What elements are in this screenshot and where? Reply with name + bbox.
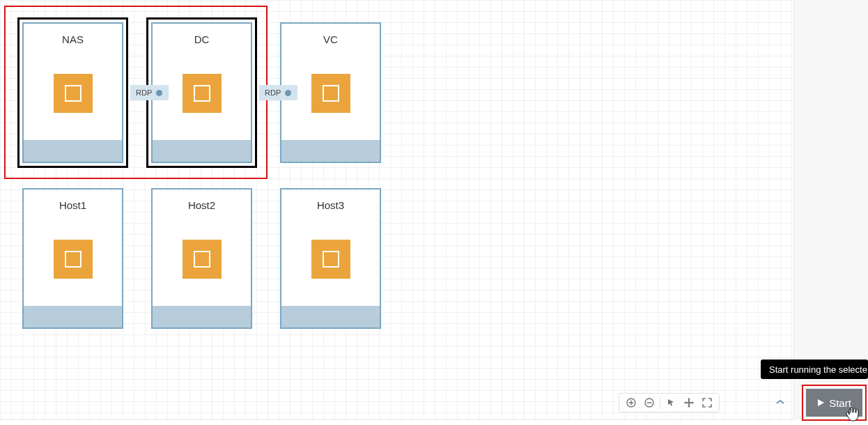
node-footer	[24, 306, 122, 327]
move-icon	[683, 397, 695, 408]
vm-icon	[183, 240, 222, 279]
vm-icon	[54, 240, 93, 279]
zoom-out-button[interactable]	[640, 394, 658, 411]
connection-rdp[interactable]: RDP	[259, 85, 297, 100]
tooltip-text: Start running the selecte	[769, 364, 867, 375]
tooltip: Start running the selecte	[761, 360, 868, 379]
pointer-icon	[666, 398, 676, 408]
vm-icon	[311, 74, 350, 113]
chevron-up-icon	[776, 399, 784, 405]
node-footer	[153, 306, 251, 327]
vm-icon	[54, 74, 93, 113]
connection-label: RDP	[136, 88, 152, 97]
expand-panel-button[interactable]	[775, 397, 786, 407]
fit-screen-button[interactable]	[698, 394, 716, 411]
plus-icon	[626, 398, 636, 408]
minus-icon	[644, 398, 654, 408]
view-toolbar	[619, 393, 720, 412]
node-footer	[281, 140, 380, 162]
zoom-in-button[interactable]	[622, 394, 640, 411]
play-icon	[817, 399, 825, 407]
node-host1[interactable]: Host1	[22, 188, 123, 329]
node-label: Host2	[153, 190, 251, 211]
node-footer	[281, 306, 380, 327]
node-label: DC	[153, 24, 251, 45]
diagram-editor: NAS DC VC RDP RDP Host1 Host2 Host3	[0, 0, 868, 425]
node-label: Host3	[281, 190, 380, 211]
node-label: Host1	[24, 190, 122, 211]
status-dot-icon	[285, 90, 291, 96]
status-dot-icon	[156, 90, 162, 96]
node-label: VC	[281, 24, 380, 45]
node-footer	[153, 140, 251, 162]
connection-label: RDP	[265, 88, 281, 97]
node-host3[interactable]: Host3	[280, 188, 381, 329]
vm-icon	[183, 74, 222, 113]
node-nas[interactable]: NAS	[22, 22, 123, 163]
vm-icon	[311, 240, 350, 279]
pointer-tool-button[interactable]	[662, 394, 680, 411]
start-button-label: Start	[829, 397, 851, 409]
side-panel	[794, 0, 868, 420]
expand-icon	[702, 398, 712, 408]
node-label: NAS	[24, 24, 122, 45]
node-host2[interactable]: Host2	[151, 188, 252, 329]
node-footer	[24, 140, 122, 162]
toolbar-separator	[660, 396, 660, 409]
connection-rdp[interactable]: RDP	[130, 85, 169, 100]
start-button[interactable]: Start	[806, 389, 862, 417]
pan-tool-button[interactable]	[680, 394, 698, 411]
